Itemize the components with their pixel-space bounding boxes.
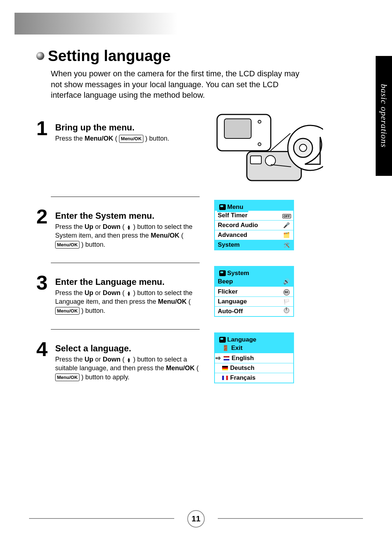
svg-point-6 <box>265 156 275 166</box>
menu-ok-button-icon: Menu/OK <box>55 374 79 382</box>
step-4: 4 Select a language. Press the Up or Dow… <box>36 341 200 382</box>
camera-mode-icon <box>219 270 226 276</box>
footer-rule <box>218 518 363 519</box>
osd-menu-tab: Menu <box>217 202 248 212</box>
divider <box>51 329 200 330</box>
svg-point-9 <box>299 144 307 152</box>
menu-item: Record Audio🎤 <box>215 220 293 230</box>
footer-rule <box>29 518 174 519</box>
menu-ok-button-icon: Menu/OK <box>119 135 143 143</box>
up-down-icon <box>126 291 131 296</box>
step-3-row: 3 Enter the Language menu. Press the Up … <box>36 266 330 317</box>
camera-mode-icon <box>219 204 226 210</box>
step-3: 3 Enter the Language menu. Press the Up … <box>36 275 200 315</box>
speaker-icon: 🔊 <box>283 278 290 284</box>
language-item: English <box>215 353 293 363</box>
step-title: Enter the System menu. <box>55 211 200 221</box>
system-icon: 🛠️ <box>283 242 290 248</box>
language-item-label: Français <box>230 374 256 382</box>
menu-item-label: Self Timer <box>218 212 248 219</box>
step-desc: Press the Up or Down ( ) button to selec… <box>55 288 200 315</box>
language-item-label: Exit <box>231 344 242 352</box>
intro-paragraph: When you power on the camera for the fir… <box>51 68 305 101</box>
section-tab-label: basic operations <box>379 84 389 148</box>
page-title-row: Setting language <box>36 47 330 65</box>
language-item-label: Deutsch <box>230 364 254 372</box>
menu-item: Flicker50 <box>215 286 293 296</box>
menu-item-label: Flicker <box>218 288 238 295</box>
flag-icon <box>222 366 228 370</box>
svg-rect-1 <box>224 119 251 138</box>
step-number: 3 <box>36 275 51 291</box>
step-number: 4 <box>36 341 51 358</box>
step-desc: Press the Up or Down ( ) button to selec… <box>55 222 200 249</box>
menu-item: Auto-Off <box>215 306 293 316</box>
flag-icon <box>222 376 228 380</box>
step-number: 2 <box>36 209 51 225</box>
flag-icon <box>224 356 229 360</box>
camera-mode-icon <box>219 337 226 343</box>
osd-language-tab: Language <box>217 335 261 345</box>
language-item: Deutsch <box>215 363 293 373</box>
divider <box>51 263 200 263</box>
off-icon: OFF <box>282 214 291 218</box>
page-title: Setting language <box>48 47 171 65</box>
title-bullet-icon <box>36 52 44 60</box>
menu-item-label: Language <box>218 298 247 305</box>
osd-menu-panel: Menu Self TimerOFFRecord Audio🎤Advanced🗂… <box>214 200 294 250</box>
menu-item-label: Beep <box>218 278 233 285</box>
microphone-icon: 🎤 <box>283 222 290 228</box>
step-title: Enter the Language menu. <box>55 277 200 287</box>
osd-system-tab: System <box>217 268 254 278</box>
step-2-row: 2 Enter the System menu. Press the Up or… <box>36 200 330 250</box>
section-tab: basic operations <box>376 56 392 176</box>
step-4-row: 4 Select a language. Press the Up or Dow… <box>36 332 330 383</box>
step-2: 2 Enter the System menu. Press the Up or… <box>36 209 200 249</box>
flicker-50-icon: 50 <box>283 289 290 295</box>
header-gradient <box>15 13 377 35</box>
menu-item-label: System <box>218 241 240 249</box>
step-desc: Press the Menu/OK ( Menu/OK ) button. <box>55 134 200 143</box>
language-flag-icon: 🏳️ <box>283 299 290 304</box>
up-down-icon <box>126 358 131 363</box>
menu-ok-button-icon: Menu/OK <box>55 241 79 249</box>
menu-ok-button-icon: Menu/OK <box>55 307 79 315</box>
step-1-row: 1 Bring up the menu. Press the Menu/OK (… <box>36 112 330 184</box>
menu-item: Language🏳️ <box>215 296 293 306</box>
up-down-icon <box>126 225 131 230</box>
menu-item-label: Auto-Off <box>218 308 243 315</box>
step-1: 1 Bring up the menu. Press the Menu/OK (… <box>36 120 200 143</box>
menu-item-label: Record Audio <box>218 222 258 229</box>
svg-rect-5 <box>250 156 261 164</box>
menu-item: System🛠️ <box>215 240 293 250</box>
page-content: Setting language When you power on the c… <box>36 47 330 383</box>
camera-illustration <box>214 112 323 184</box>
step-title: Bring up the menu. <box>55 122 200 133</box>
language-item: Français <box>215 373 293 383</box>
step-title: Select a language. <box>55 343 200 354</box>
language-item-label: English <box>232 355 254 362</box>
osd-system-panel: System Beep🔊Flicker50Language🏳️Auto-Off <box>214 266 294 317</box>
step-number: 1 <box>36 120 51 137</box>
step-desc: Press the Up or Down ( ) button to selec… <box>55 355 200 382</box>
power-icon <box>284 308 289 313</box>
page-number: 11 <box>187 510 205 528</box>
menu-item-label: Advanced <box>218 231 247 239</box>
settings-card-icon: 🗂️ <box>283 232 290 238</box>
osd-language-panel: Language 🚪ExitEnglishDeutschFrançais <box>214 332 294 383</box>
divider <box>51 197 200 197</box>
exit-door-icon: 🚪 <box>222 345 229 351</box>
menu-item: Advanced🗂️ <box>215 230 293 240</box>
